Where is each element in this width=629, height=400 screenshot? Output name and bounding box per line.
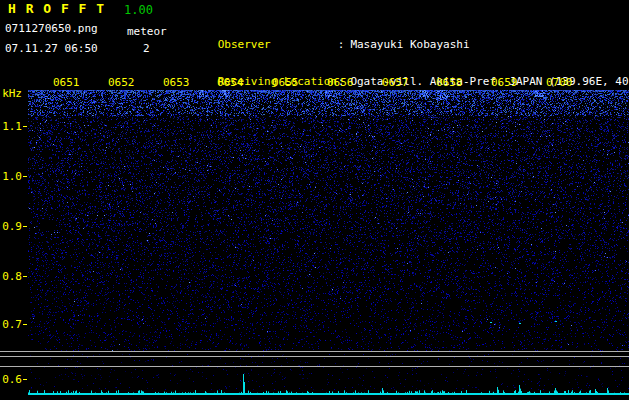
info-separator: : [338,38,345,51]
meteor-count: 2 [143,43,150,55]
time-tick-label: 0658 [436,77,463,89]
time-tick-label: 0651 [53,77,80,89]
time-tick-label: 0659 [491,77,518,89]
freq-tick-label: 0.6 [2,374,22,386]
freq-tick-mark [23,126,27,127]
time-tick-label: 0654 [217,77,244,89]
info-label: Observer [218,39,338,51]
time-tick-label: 0653 [163,77,190,89]
separator-line [0,351,629,352]
app-title: H R O F F T [8,3,105,15]
freq-tick-mark [23,324,27,325]
info-value: Masayuki Kobayashi [350,38,469,51]
freq-tick-mark [23,379,27,380]
freq-tick-mark [23,276,27,277]
freq-tick-label: 0.7 [2,319,22,331]
freq-axis-unit: kHz [2,88,22,100]
output-filename: 0711270650.png [5,23,98,35]
freq-tick-label: 0.9 [2,221,22,233]
time-tick-label: 0700 [546,77,573,89]
datetime-label: 07.11.27 06:50 [5,43,98,55]
mode-label: meteor [127,26,167,38]
time-tick-label: 0656 [327,77,354,89]
freq-tick-mark [23,176,27,177]
app-version: 1.00 [124,4,153,16]
info-line-observer: Observer:Masayuki Kobayashi [178,27,629,40]
freq-tick-label: 1.1 [2,121,22,133]
time-tick-label: 0655 [272,77,299,89]
time-tick-label: 0652 [108,77,135,89]
freq-tick-mark [23,226,27,227]
freq-tick-label: 0.8 [2,271,22,283]
freq-tick-label: 1.0 [2,171,22,183]
separator-line [0,366,629,367]
time-tick-label: 0657 [382,77,409,89]
separator-line [0,356,629,357]
hrofft-output-screen: H R O F F T 1.00 0711270650.png meteor 0… [0,0,629,400]
